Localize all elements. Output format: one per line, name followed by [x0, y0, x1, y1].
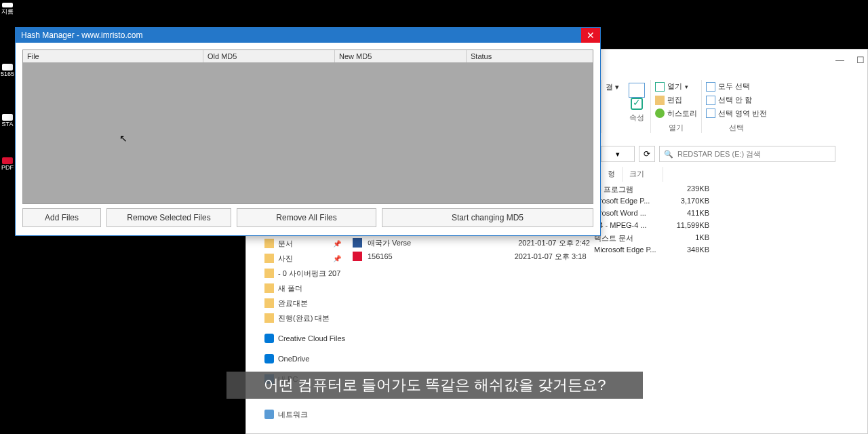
- nav-item-onedrive[interactable]: OneDrive: [260, 351, 345, 366]
- select-none-icon: [706, 96, 715, 105]
- nav-item-network[interactable]: 네트워크: [260, 407, 345, 422]
- folder-icon: [264, 283, 274, 293]
- remove-all-button[interactable]: Remove All Files: [237, 208, 376, 227]
- ribbon-group-link: 결 ▾: [601, 80, 623, 133]
- col-new-md5[interactable]: New MD5: [335, 50, 467, 62]
- file-type: Microsoft Edge P...: [594, 245, 669, 258]
- cloud-icon: [264, 334, 274, 343]
- file-type: icrosoft Edge P...: [594, 197, 669, 209]
- search-icon: 🔍: [664, 150, 673, 159]
- add-files-button[interactable]: Add Files: [22, 208, 101, 227]
- col-type[interactable]: 형: [601, 167, 623, 182]
- col-old-md5[interactable]: Old MD5: [203, 50, 335, 62]
- nav-item-folder[interactable]: 진행(완료) 대본: [260, 311, 345, 326]
- file-size: 348KB: [669, 245, 709, 258]
- video-subtitle: 어떤 컴퓨터로 들어가도 똑같은 해쉬값을 갖거든요?: [226, 372, 643, 399]
- folder-icon: [264, 298, 274, 308]
- ribbon-select-none[interactable]: 선택 안 함: [706, 94, 767, 107]
- nav-item-folder[interactable]: - 0 사이버펑크 207: [260, 266, 345, 281]
- file-size: 11,599KB: [669, 221, 709, 233]
- col-file[interactable]: File: [23, 50, 203, 62]
- ribbon-history[interactable]: 히스토리: [655, 106, 697, 120]
- file-row[interactable]: 1561652021-01-07 오후 3:18: [353, 250, 590, 263]
- ribbon-group-open: 열기▾ 편집 히스토리 열기: [650, 80, 701, 133]
- ribbon-open[interactable]: 열기▾: [655, 80, 697, 94]
- cursor-icon: ↖: [119, 133, 127, 144]
- title-bar[interactable]: Hash Manager - www.imristo.com ✕: [16, 28, 600, 43]
- properties-icon: [629, 83, 645, 98]
- minimize-icon[interactable]: —: [835, 55, 844, 65]
- pin-icon: 📌: [333, 255, 341, 262]
- file-list-visible: 애국가 Verse2021-01-07 오후 2:42 1561652021-0…: [353, 236, 590, 263]
- edit-icon: [655, 96, 665, 105]
- refresh-button[interactable]: ⟳: [639, 146, 655, 162]
- ribbon-edit[interactable]: 편집: [655, 94, 697, 107]
- file-size: 1KB: [669, 233, 709, 245]
- desktop-icon[interactable]: STA: [1, 114, 14, 127]
- file-size: 411KB: [669, 209, 709, 221]
- pdf-icon: [353, 252, 362, 261]
- nav-item-photos[interactable]: 사진📌: [260, 251, 345, 266]
- desktop-icon[interactable]: 5165: [1, 64, 14, 77]
- start-changing-button[interactable]: Start changing MD5: [382, 208, 593, 227]
- network-icon: [264, 410, 274, 419]
- maximize-icon[interactable]: ☐: [856, 55, 865, 65]
- folder-icon: [264, 269, 274, 278]
- invert-icon: [706, 108, 715, 118]
- ribbon-link-dropdown[interactable]: 결 ▾: [606, 80, 619, 94]
- file-list-headers: 형 크기: [601, 167, 663, 182]
- nav-item-creative-cloud[interactable]: Creative Cloud Files: [260, 331, 345, 346]
- file-size: 3,170KB: [669, 197, 709, 209]
- desktop-icons: 지름 5165 STA PDF: [0, 0, 15, 434]
- ribbon-properties[interactable]: 속성: [623, 80, 650, 133]
- list-header: File Old MD5 New MD5 Status: [23, 50, 593, 62]
- file-size: 239KB: [669, 184, 709, 197]
- file-type: P4 - MPEG-4 ...: [594, 221, 669, 233]
- nav-item-folder[interactable]: 새 폴더: [260, 281, 345, 296]
- hash-manager-window: Hash Manager - www.imristo.com ✕ File Ol…: [15, 27, 601, 236]
- file-list-right: 용 프로그램239KB icrosoft Edge P...3,170KB ic…: [594, 184, 709, 258]
- ribbon-invert-selection[interactable]: 선택 영역 반전: [706, 106, 767, 120]
- folder-icon: [264, 313, 274, 323]
- remove-selected-button[interactable]: Remove Selected Files: [106, 208, 231, 227]
- nav-item-folder[interactable]: 완료대본: [260, 296, 345, 311]
- file-list-view[interactable]: File Old MD5 New MD5 Status ↖: [22, 50, 593, 204]
- open-icon: [655, 82, 665, 92]
- desktop-icon[interactable]: PDF: [1, 157, 14, 171]
- window-controls: — ☐: [835, 55, 865, 65]
- col-size[interactable]: 크기: [623, 167, 663, 182]
- desktop-icon[interactable]: 지름: [1, 3, 14, 16]
- nav-item-documents[interactable]: 문서📌: [260, 236, 345, 251]
- search-input[interactable]: 🔍 REDSTAR DES (E:) 검색: [659, 146, 835, 162]
- file-row[interactable]: 애국가 Verse2021-01-07 오후 2:42: [353, 236, 590, 250]
- cloud-icon: [264, 354, 274, 363]
- file-type: 용 프로그램: [594, 184, 669, 197]
- ribbon-select-all[interactable]: 모두 선택: [706, 80, 767, 94]
- select-all-icon: [706, 82, 715, 92]
- col-status[interactable]: Status: [467, 50, 500, 62]
- file-type: icrosoft Word ...: [594, 209, 669, 221]
- address-bar: ▾ ⟳ 🔍 REDSTAR DES (E:) 검색: [601, 144, 835, 164]
- history-icon: [655, 108, 665, 118]
- pin-icon: 📌: [333, 240, 341, 248]
- file-type: 텍스트 문서: [594, 233, 669, 245]
- close-button[interactable]: ✕: [581, 28, 600, 43]
- window-title: Hash Manager - www.imristo.com: [21, 31, 581, 40]
- button-bar: Add Files Remove Selected Files Remove A…: [16, 208, 600, 234]
- ribbon: 결 ▾ 속성 열기▾ 편집 히스토리 열기 모두 선택 선택 안 함 선택 영역…: [601, 80, 771, 133]
- ribbon-group-select: 모두 선택 선택 안 함 선택 영역 반전 선택: [701, 80, 771, 133]
- word-icon: [353, 238, 362, 248]
- address-dropdown[interactable]: ▾: [601, 146, 635, 162]
- folder-icon: [264, 239, 274, 248]
- folder-icon: [264, 254, 274, 263]
- checkmark-icon: [631, 98, 643, 110]
